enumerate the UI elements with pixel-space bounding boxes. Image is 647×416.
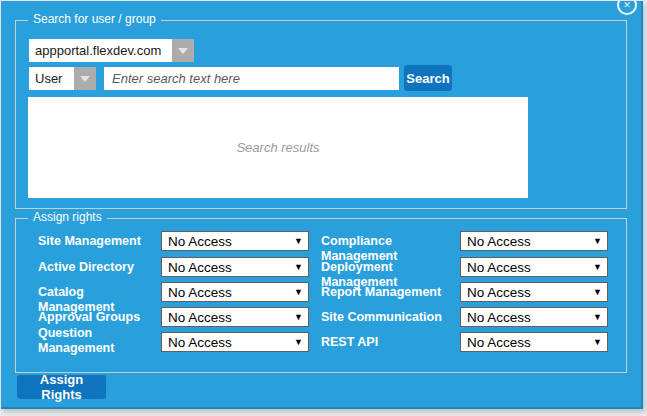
label-approval-groups: Approval Groups <box>38 310 158 325</box>
chevron-down-icon: ▼ <box>593 237 602 246</box>
access-select-rest-api[interactable]: No Access ▼ <box>460 332 608 352</box>
domain-dropdown-button[interactable] <box>172 39 194 62</box>
access-select-active-directory[interactable]: No Access ▼ <box>161 257 309 277</box>
assign-rights-legend: Assign rights <box>28 210 107 224</box>
chevron-down-icon: ▼ <box>294 263 303 272</box>
chevron-down-icon: ▼ <box>593 313 602 322</box>
label-active-directory: Active Directory <box>38 260 158 275</box>
search-input[interactable] <box>104 67 399 90</box>
select-value: No Access <box>168 260 232 275</box>
chevron-down-icon: ▼ <box>593 338 602 347</box>
select-value: No Access <box>168 310 232 325</box>
chevron-down-icon: ▼ <box>294 338 303 347</box>
search-button[interactable]: Search <box>404 65 452 91</box>
select-value: No Access <box>467 310 531 325</box>
search-group-legend: Search for user / group <box>28 12 161 26</box>
access-select-site-communication[interactable]: No Access ▼ <box>460 307 608 327</box>
chevron-down-icon: ▼ <box>593 288 602 297</box>
select-value: No Access <box>467 335 531 350</box>
chevron-down-icon: ▼ <box>294 237 303 246</box>
label-report-management: Report Management <box>321 285 459 300</box>
access-select-catalog-management[interactable]: No Access ▼ <box>161 282 309 302</box>
domain-select[interactable]: appportal.flexdev.com <box>29 39 194 62</box>
domain-select-value: appportal.flexdev.com <box>29 39 172 62</box>
entity-type-select-value: User <box>29 67 74 90</box>
assign-rights-button[interactable]: Assign Rights <box>17 375 106 399</box>
chevron-down-icon: ▼ <box>593 263 602 272</box>
access-select-question-management[interactable]: No Access ▼ <box>161 332 309 352</box>
select-value: No Access <box>467 260 531 275</box>
entity-dropdown-button[interactable] <box>74 67 96 90</box>
label-site-management: Site Management <box>38 234 158 249</box>
search-results-placeholder: Search results <box>236 140 319 155</box>
select-value: No Access <box>168 335 232 350</box>
chevron-down-icon: ▼ <box>294 313 303 322</box>
select-value: No Access <box>467 285 531 300</box>
label-rest-api: REST API <box>321 335 459 350</box>
select-value: No Access <box>467 234 531 249</box>
search-results-list[interactable]: Search results <box>28 97 528 198</box>
access-select-site-management[interactable]: No Access ▼ <box>161 231 309 251</box>
chevron-down-icon <box>178 48 188 54</box>
label-site-communication: Site Communication <box>321 310 459 325</box>
close-icon: ✕ <box>623 1 631 10</box>
chevron-down-icon <box>80 76 90 82</box>
access-select-compliance-management[interactable]: No Access ▼ <box>460 231 608 251</box>
chevron-down-icon: ▼ <box>294 288 303 297</box>
select-value: No Access <box>168 285 232 300</box>
access-select-deployment-management[interactable]: No Access ▼ <box>460 257 608 277</box>
close-button[interactable]: ✕ <box>617 1 637 15</box>
entity-type-select[interactable]: User <box>29 67 96 90</box>
assign-rights-dialog: ✕ Search for user / group appportal.flex… <box>1 1 643 409</box>
access-select-approval-groups[interactable]: No Access ▼ <box>161 307 309 327</box>
label-question-management: Question Management <box>38 326 158 356</box>
select-value: No Access <box>168 234 232 249</box>
access-select-report-management[interactable]: No Access ▼ <box>460 282 608 302</box>
page-background: ✕ Search for user / group appportal.flex… <box>0 0 647 416</box>
